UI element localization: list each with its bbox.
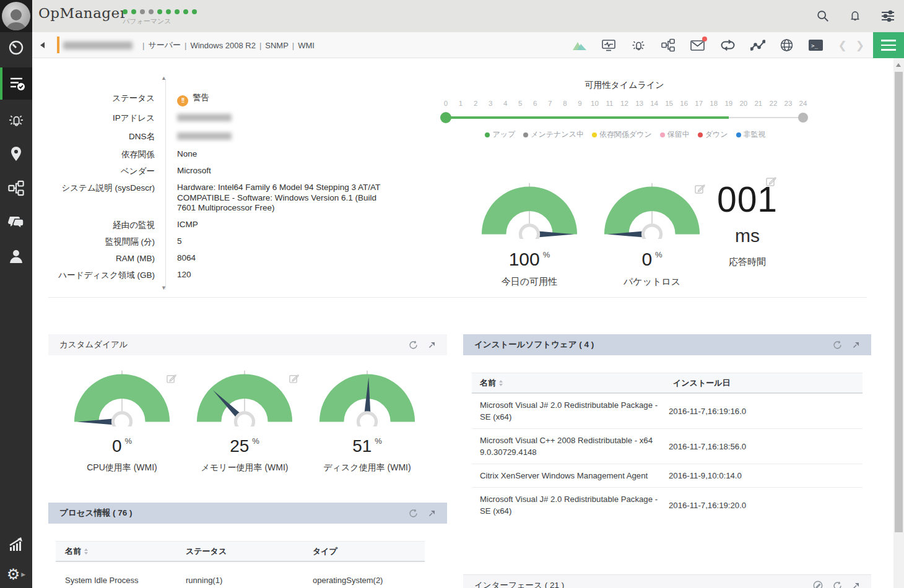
memory-dial: 25% メモリー使用率 (WMI) (195, 368, 294, 473)
opmanager-app: OpManager パフォーマンス | サーバー | Windows 2008 … (0, 0, 904, 588)
chat-bubbles-icon (7, 214, 25, 230)
edit-circle-icon[interactable] (813, 581, 823, 588)
info-scroll-up-icon[interactable]: ▲ (161, 75, 167, 81)
alarm-bell-icon[interactable] (630, 38, 646, 52)
report-chart-icon (7, 536, 25, 553)
sidebar-item-settings[interactable]: ⚙ ▶ (0, 562, 32, 587)
software-col-date[interactable]: インストール日 (673, 378, 731, 389)
pulse-line-icon[interactable] (750, 38, 765, 52)
link-loop-icon[interactable] (719, 38, 736, 52)
list-check-icon (9, 76, 26, 92)
status-dot (166, 9, 171, 14)
timeline-start-dot[interactable] (440, 112, 451, 123)
timeline-legend: アップメンテナンス中依存関係ダウン保留中ダウン非監視 (427, 129, 824, 140)
edit-icon[interactable] (289, 373, 299, 386)
refresh-icon[interactable] (833, 581, 842, 588)
terminal-icon[interactable]: >_ (808, 39, 824, 51)
device-name-redacted (63, 41, 133, 50)
sidebar-item-maps[interactable] (0, 142, 32, 166)
user-avatar[interactable] (0, 0, 32, 32)
monitor-graph-icon[interactable] (601, 38, 616, 52)
breadcrumb-category[interactable]: サーバー (148, 40, 181, 51)
avatar-photo (2, 2, 30, 30)
sidebar-item-dashboard[interactable] (0, 35, 32, 59)
mail-icon[interactable] (690, 38, 705, 52)
breadcrumb-wmi: WMI (298, 41, 315, 50)
next-device-icon[interactable]: ❯ (856, 39, 864, 52)
process-col-type[interactable]: タイプ (313, 546, 337, 557)
refresh-icon[interactable] (409, 509, 418, 518)
settings-sliders-icon[interactable] (880, 9, 895, 23)
edit-icon[interactable] (694, 183, 705, 197)
custom-dials-title: カスタムダイアル (48, 339, 128, 350)
timeline-tick: 20 (739, 100, 747, 107)
prev-device-icon[interactable]: ❮ (838, 39, 847, 52)
timeline-legend-item: 非監視 (736, 129, 766, 140)
timeline-ticks: 0123456789101112131415161718192021222324 (446, 100, 803, 108)
process-col-name[interactable]: 名前 (65, 546, 88, 557)
globe-icon[interactable] (780, 38, 794, 52)
software-row[interactable]: Microsoft Visual C++ 2008 Redistributabl… (472, 429, 863, 464)
performance-chart-icon[interactable] (572, 38, 587, 52)
expand-icon[interactable] (428, 341, 436, 349)
top-bar: OpManager パフォーマンス (0, 0, 904, 32)
sidebar-item-alarms[interactable] (0, 108, 32, 132)
info-row-vendor: ベンダー Microsoft (56, 166, 412, 176)
search-icon[interactable] (816, 9, 830, 23)
timeline-tick: 0 (444, 100, 448, 107)
timeline-tick: 17 (695, 100, 703, 107)
status-dot (149, 9, 154, 14)
scrollbar-thumb[interactable] (895, 72, 903, 532)
sidebar-item-inventory[interactable] (0, 67, 32, 100)
status-dots (123, 9, 197, 14)
device-header-bar: | サーバー | Windows 2008 R2 | SNMP | WMI (32, 32, 904, 58)
sidebar-item-topology[interactable] (0, 176, 32, 201)
status-dot (192, 9, 197, 14)
app-title: OpManager (38, 5, 127, 21)
timeline-tick: 2 (474, 100, 477, 107)
scroll-up-icon[interactable] (896, 63, 901, 67)
refresh-icon[interactable] (833, 340, 842, 350)
timeline-tick: 7 (548, 100, 552, 107)
software-col-name[interactable]: 名前 (480, 378, 503, 389)
back-icon[interactable] (40, 42, 45, 48)
refresh-icon[interactable] (409, 340, 418, 350)
workflow-icon[interactable] (661, 38, 676, 52)
timeline-up-segment (446, 116, 729, 119)
notifications-bell-icon[interactable] (848, 9, 862, 23)
dns-name-redacted (177, 132, 232, 140)
menu-button[interactable] (873, 32, 904, 58)
expand-icon[interactable] (852, 341, 860, 349)
software-row[interactable]: Citrix XenServer Windows Management Agen… (472, 464, 863, 488)
info-row-ram: RAM (MB) 8064 (56, 253, 412, 264)
timeline-end-dot[interactable] (798, 113, 808, 123)
status-dot (123, 9, 128, 14)
cpu-dial: 0% CPU使用率 (WMI) (72, 368, 172, 473)
timeline-tick: 10 (591, 100, 599, 107)
timeline-legend-item: ダウン (698, 129, 728, 140)
timeline-legend-item: アップ (485, 129, 515, 140)
sidebar-item-chat[interactable] (0, 210, 32, 235)
process-table-row[interactable]: System Idle Process running(1) operating… (56, 562, 425, 576)
timeline-tick: 8 (563, 100, 567, 107)
process-col-status[interactable]: ステータス (186, 546, 227, 557)
software-table: Microsoft Visual J# 2.0 Redistributable … (472, 394, 863, 522)
edit-icon[interactable] (166, 373, 176, 386)
timeline-tick: 14 (650, 100, 658, 107)
info-row-sysdescr: システム説明 (sysDescr) Hardware: Intel64 Fami… (56, 183, 412, 214)
expand-icon[interactable] (852, 582, 860, 588)
sidebar-item-users[interactable] (0, 244, 32, 269)
sidebar-item-reports[interactable] (0, 532, 32, 557)
vertical-scrollbar[interactable] (893, 58, 904, 588)
software-row[interactable]: Microsoft Visual J# 2.0 Redistributable … (472, 488, 863, 522)
availability-label: 今日の可用性 (480, 276, 579, 288)
interfaces-header: インターフェース ( 21 ) (463, 574, 871, 588)
software-row[interactable]: Microsoft Visual J# 2.0 Redistributable … (472, 394, 863, 429)
expand-icon[interactable] (428, 509, 436, 517)
process-table-header: 名前 ステータス タイプ (56, 541, 425, 562)
network-icon (7, 180, 25, 196)
edit-icon[interactable] (765, 176, 776, 189)
timeline-tick: 12 (620, 100, 628, 107)
gear-expand-arrow-icon: ▶ (21, 571, 25, 577)
status-dot (175, 9, 180, 14)
